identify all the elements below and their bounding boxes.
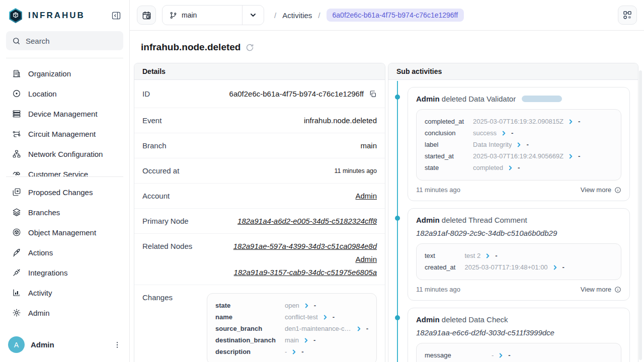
details-panel-header: Details (134, 63, 385, 80)
activity-node-id: 182a91aa-e6c6-d2fd-303d-c511f3999dce (416, 328, 621, 337)
sidebar-item-circuit-management[interactable]: Circuit Management (6, 124, 123, 144)
chevron-right-icon (292, 349, 296, 355)
sidebar-item-activity[interactable]: Activity (6, 283, 123, 303)
sidebar-item-label: Proposed Changes (28, 188, 93, 197)
detail-value-occured-at: 11 minutes ago (334, 167, 377, 174)
detail-label: ID (142, 89, 150, 98)
detail-label: Changes (142, 293, 173, 302)
object-management-icon (12, 228, 21, 237)
device-management-icon (12, 109, 21, 118)
detail-row-changes: Changes state open- name conflict-test- … (134, 285, 385, 362)
sub-activities-panel: Sub activities Admin deleted Data Valida… (388, 63, 638, 362)
branch-selector[interactable]: main (162, 5, 264, 25)
network-configuration-icon (12, 149, 21, 158)
breadcrumb-activities[interactable]: Activities (282, 11, 312, 20)
sidebar-item-label: Admin (28, 309, 50, 317)
copy-icon[interactable] (369, 90, 377, 98)
topbar: main / Activities / 6a0f2e6c-b61a-4f75-b… (130, 0, 644, 31)
sidebar-collapse-icon[interactable] (111, 11, 121, 21)
page-head: infrahub.node.deleted (130, 31, 644, 63)
sidebar-item-network-configuration[interactable]: Network Configuration (6, 144, 123, 164)
detail-value-event: infrahub.node.deleted (304, 116, 377, 125)
sidebar-item-actions[interactable]: Actions (6, 242, 123, 262)
detail-row-primary-node: Primary Node 182a91a4-a6d2-e005-34d5-c51… (134, 209, 385, 234)
sidebar-item-customer-service[interactable]: Customer Service (6, 164, 123, 176)
sidebar-item-object-management[interactable]: Object Management (6, 222, 123, 242)
schema-button[interactable] (618, 6, 637, 25)
sidebar-item-proposed-changes[interactable]: Proposed Changes (6, 182, 123, 202)
activity-props-box: message -- keep_branch -- enriched_confl… (416, 343, 621, 362)
actions-rocket-icon (12, 248, 21, 257)
detail-row-branch: Branch main (134, 133, 385, 158)
activity-card-footer: 11 minutes ago View more (416, 280, 621, 296)
page-title: infrahub.node.deleted (141, 42, 240, 53)
detail-label: Primary Node (142, 217, 189, 225)
branches-icon (12, 208, 21, 217)
chevron-right-icon (323, 314, 328, 320)
loading-placeholder (522, 96, 562, 102)
view-more-button[interactable]: View more (581, 186, 621, 194)
panels: Details ID 6a0f2e6c-b61a-4f75-b974-c76c1… (130, 63, 644, 362)
detail-label: Event (142, 116, 162, 125)
breadcrumb-separator: / (318, 11, 320, 20)
detail-label: Account (142, 192, 170, 200)
main-area: main / Activities / 6a0f2e6c-b61a-4f75-b… (130, 0, 644, 362)
time-travel-button[interactable] (137, 6, 156, 25)
sidebar-item-integrations[interactable]: Integrations (6, 262, 123, 283)
account-link[interactable]: Admin (355, 192, 377, 200)
detail-row-id: ID 6a0f2e6c-b61a-4f75-b974-c76c1e1296ff (134, 80, 385, 108)
related-node-link[interactable]: 182a91ae-597a-4399-34d3-c51ca0984e8d (233, 242, 377, 250)
sidebar-item-label: Customer Service (28, 170, 88, 177)
chevron-right-icon (304, 337, 308, 343)
sidebar-item-device-management[interactable]: Device Management (6, 104, 123, 124)
detail-row-account: Account Admin (134, 184, 385, 209)
chevron-down-icon[interactable] (243, 11, 264, 19)
changes-props-box: state open- name conflict-test- source_b… (207, 293, 377, 362)
user-menu[interactable]: A Admin (0, 330, 129, 362)
sidebar: INFRAHUB ^K Organization (0, 0, 130, 362)
primary-node-link[interactable]: 182a91a4-a6d2-e005-34d5-c5182324cff8 (237, 217, 377, 225)
search-input[interactable]: ^K (6, 31, 123, 50)
integrations-plug-icon (12, 268, 21, 277)
refresh-icon[interactable] (246, 43, 254, 52)
activity-card: Admin deleted Data Check 182a91aa-e6c6-d… (408, 308, 630, 362)
detail-row-event: Event infrahub.node.deleted (134, 108, 385, 133)
sidebar-item-label: Integrations (28, 268, 67, 277)
info-icon (614, 187, 621, 194)
kebab-menu-icon[interactable] (113, 341, 121, 349)
chevron-right-icon (486, 253, 490, 259)
timeline-item: Admin deleted Data Validator completed_a… (408, 87, 630, 201)
sidebar-item-label: Branches (28, 208, 60, 217)
sidebar-item-label: Organization (28, 69, 71, 78)
detail-label: Occured at (142, 166, 179, 175)
sidebar-item-branches[interactable]: Branches (6, 202, 123, 222)
admin-gear-icon (12, 308, 21, 317)
details-panel: Details ID 6a0f2e6c-b61a-4f75-b974-c76c1… (134, 63, 385, 362)
activity-timestamp: 11 minutes ago (416, 186, 460, 194)
sidebar-item-label: Circuit Management (28, 130, 96, 138)
view-more-button[interactable]: View more (581, 286, 621, 293)
nav-secondary: Proposed Changes Branches Object Managem… (0, 177, 129, 323)
sidebar-item-organization[interactable]: Organization (6, 63, 123, 83)
sub-activities-timeline: Admin deleted Data Validator completed_a… (388, 80, 638, 362)
breadcrumb-entity-id[interactable]: 6a0f2e6c-b61a-4f75-b974-c76c1e1296ff (327, 9, 464, 22)
activity-chart-icon (12, 288, 21, 297)
branch-selected-value: main (182, 11, 197, 19)
brand-wordmark: INFRAHUB (28, 11, 85, 21)
scrollbar-track[interactable] (639, 70, 642, 360)
related-node-link[interactable]: 182a91a9-3157-cab9-34dc-c51975e6805a (234, 268, 377, 277)
chevron-right-icon (517, 142, 521, 148)
related-node-link[interactable]: Admin (355, 255, 377, 263)
activity-card: Admin deleted Thread Comment 182a91af-80… (408, 208, 630, 301)
activity-card-title: Admin deleted Thread Comment (416, 216, 621, 224)
search-field[interactable] (26, 37, 126, 45)
activity-node-id: 182a91af-8029-2c9c-34db-c510a6b0db29 (416, 229, 621, 237)
sidebar-item-location[interactable]: Location (6, 83, 123, 104)
timeline-line (397, 303, 398, 362)
chevron-right-icon (304, 303, 309, 309)
breadcrumb: / Activities / 6a0f2e6c-b61a-4f75-b974-c… (274, 9, 464, 22)
brand: INFRAHUB (0, 0, 129, 31)
page-content: infrahub.node.deleted Details ID 6a0f2e6… (130, 31, 644, 362)
sidebar-item-admin[interactable]: Admin (6, 303, 123, 323)
calendar-clock-icon (142, 11, 151, 20)
